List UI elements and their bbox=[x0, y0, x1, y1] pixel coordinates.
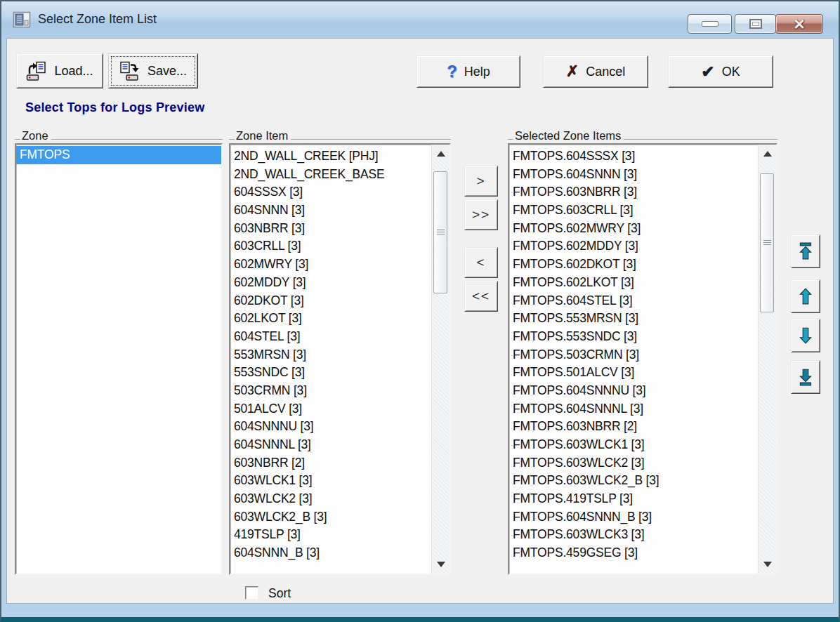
selected-zone-item[interactable]: FMTOPS.604SNNN [3] bbox=[509, 166, 757, 184]
move-down-icon bbox=[798, 326, 813, 345]
selected-zone-item[interactable]: FMTOPS.604SSSX [3] bbox=[509, 147, 757, 166]
cancel-icon: ✗ bbox=[566, 62, 579, 81]
selected-zone-item[interactable]: FMTOPS.603WLCK2 [3] bbox=[509, 454, 757, 472]
zone-item-list-item[interactable]: 553MRSN [3] bbox=[230, 346, 431, 364]
zone-item-label: Zone Item bbox=[229, 127, 451, 143]
move-to-bottom-icon bbox=[798, 368, 813, 386]
maximize-button[interactable] bbox=[735, 14, 776, 34]
app-icon bbox=[13, 11, 31, 29]
selected-zone-item[interactable]: FMTOPS.419TSLP [3] bbox=[509, 490, 757, 508]
zone-item-scrollbar[interactable] bbox=[431, 145, 449, 574]
move-down-button[interactable] bbox=[791, 319, 820, 352]
zone-item-list-item[interactable]: 604SNNN_B [3] bbox=[230, 544, 431, 562]
close-icon: ✕ bbox=[793, 17, 806, 32]
load-button[interactable]: Load... bbox=[16, 53, 103, 88]
minimize-button[interactable] bbox=[688, 14, 732, 34]
title-bar[interactable]: Select Zone Item List ✕ bbox=[1, 1, 839, 38]
scroll-thumb[interactable] bbox=[760, 173, 774, 312]
add-all-button-label: >> bbox=[472, 207, 490, 223]
zone-item-list-item[interactable]: 2ND_WALL_CREEK [PHJ] bbox=[230, 147, 431, 166]
zone-item-list-item[interactable]: 604SNNN [3] bbox=[230, 201, 431, 220]
selected-zone-item[interactable]: FMTOPS.604STEL [3] bbox=[509, 292, 757, 310]
move-to-top-button[interactable] bbox=[791, 234, 820, 268]
zone-list-item[interactable]: FMTOPS bbox=[16, 146, 221, 164]
move-up-button[interactable] bbox=[791, 279, 820, 313]
zone-item-list-item[interactable]: 602LKOT [3] bbox=[230, 310, 431, 328]
window-title: Select Zone Item List bbox=[38, 12, 157, 27]
zone-item-list-item[interactable]: 604SNNNU [3] bbox=[230, 418, 431, 436]
scroll-down-button[interactable] bbox=[432, 555, 449, 574]
selected-zone-item[interactable]: FMTOPS.603WLCK3 [3] bbox=[509, 526, 757, 544]
move-to-top-icon bbox=[798, 242, 813, 260]
scroll-thumb[interactable] bbox=[433, 171, 447, 293]
selected-zone-item[interactable]: FMTOPS.603NBRR [3] bbox=[509, 183, 757, 201]
selected-zone-item[interactable]: FMTOPS.501ALCV [3] bbox=[509, 364, 757, 382]
remove-button[interactable]: < bbox=[464, 247, 498, 278]
cancel-button[interactable]: ✗ Cancel bbox=[543, 55, 648, 88]
scroll-down-button[interactable] bbox=[759, 555, 776, 574]
selected-zone-item[interactable]: FMTOPS.602DKOT [3] bbox=[509, 256, 757, 274]
selected-zone-item[interactable]: FMTOPS.604SNNNL [3] bbox=[509, 400, 757, 418]
selected-zone-item[interactable]: FMTOPS.602MWRY [3] bbox=[509, 220, 757, 238]
remove-button-label: < bbox=[476, 255, 485, 270]
zone-item-list-item[interactable]: 2ND_WALL_CREEK_BASE bbox=[230, 166, 431, 184]
zone-item-list-item[interactable]: 603NBRR [2] bbox=[230, 454, 431, 472]
dialog-window: Select Zone Item List ✕ Load... bbox=[0, 0, 840, 622]
selected-zone-item[interactable]: FMTOPS.603WLCK2_B [3] bbox=[509, 472, 757, 490]
save-icon bbox=[119, 61, 140, 81]
save-button-label: Save... bbox=[147, 64, 187, 79]
add-all-button[interactable]: >> bbox=[464, 199, 498, 230]
selected-zone-item[interactable]: FMTOPS.553MRSN [3] bbox=[509, 310, 757, 328]
selected-items-scrollbar[interactable] bbox=[758, 145, 776, 574]
zone-item-list-item[interactable]: 501ALCV [3] bbox=[230, 400, 431, 418]
minimize-icon bbox=[702, 21, 718, 27]
scroll-down-icon bbox=[437, 562, 445, 567]
zone-item-list-item[interactable]: 553SNDC [3] bbox=[230, 364, 431, 382]
ok-icon: ✔ bbox=[701, 62, 714, 81]
scroll-up-button[interactable] bbox=[759, 145, 776, 163]
zone-item-list-item[interactable]: 602MWRY [3] bbox=[230, 256, 431, 274]
selected-zone-items-list[interactable]: FMTOPS.604SSSX [3] FMTOPS.604SNNN [3] FM… bbox=[508, 143, 777, 575]
selected-zone-item[interactable]: FMTOPS.604SNNNU [3] bbox=[509, 382, 757, 400]
help-button[interactable]: ? Help bbox=[416, 55, 520, 88]
selected-zone-item[interactable]: FMTOPS.603WLCK1 [3] bbox=[509, 436, 757, 454]
add-button[interactable]: > bbox=[464, 166, 498, 197]
scroll-up-icon bbox=[437, 151, 445, 157]
ok-button[interactable]: ✔ OK bbox=[668, 55, 773, 88]
selected-zone-item[interactable]: FMTOPS.602LKOT [3] bbox=[509, 274, 757, 292]
zone-item-list-item[interactable]: 604SSSX [3] bbox=[230, 183, 431, 201]
zone-item-list-item[interactable]: 603CRLL [3] bbox=[230, 237, 431, 256]
selected-zone-items-label: Selected Zone Items bbox=[508, 127, 777, 143]
zone-item-list[interactable]: 2ND_WALL_CREEK [PHJ] 2ND_WALL_CREEK_BASE… bbox=[229, 143, 451, 575]
remove-all-button-label: << bbox=[472, 289, 490, 304]
move-to-bottom-button[interactable] bbox=[791, 360, 820, 394]
selected-zone-item[interactable]: FMTOPS.604SNNN_B [3] bbox=[509, 508, 757, 527]
zone-item-list-item[interactable]: 419TSLP [3] bbox=[230, 526, 431, 544]
zone-label: Zone bbox=[15, 127, 223, 143]
selected-zone-item[interactable]: FMTOPS.553SNDC [3] bbox=[509, 328, 757, 346]
scroll-up-icon bbox=[763, 151, 772, 157]
page-title: Select Tops for Logs Preview bbox=[25, 100, 204, 115]
zone-item-list-item[interactable]: 604STEL [3] bbox=[230, 328, 431, 346]
remove-all-button[interactable]: << bbox=[464, 281, 498, 312]
load-icon bbox=[26, 61, 47, 81]
selected-zone-item[interactable]: FMTOPS.602MDDY [3] bbox=[509, 237, 757, 256]
zone-list[interactable]: FMTOPS bbox=[15, 143, 223, 575]
selected-zone-item[interactable]: FMTOPS.603NBRR [2] bbox=[509, 418, 757, 436]
save-button[interactable]: Save... bbox=[108, 53, 198, 88]
zone-item-list-item[interactable]: 603WLCK1 [3] bbox=[230, 472, 431, 490]
dialog-content: Load... Save... ? Help ✗ Cancel ✔ OK bbox=[6, 38, 834, 604]
zone-item-list-item[interactable]: 503CRMN [3] bbox=[230, 382, 431, 400]
selected-zone-item[interactable]: FMTOPS.603CRLL [3] bbox=[509, 201, 757, 220]
selected-zone-item[interactable]: FMTOPS.503CRMN [3] bbox=[509, 346, 757, 364]
zone-item-list-item[interactable]: 604SNNNL [3] bbox=[230, 436, 431, 454]
zone-item-list-item[interactable]: 603NBRR [3] bbox=[230, 220, 431, 238]
zone-item-list-item[interactable]: 603WLCK2_B [3] bbox=[230, 508, 431, 527]
selected-zone-item[interactable]: FMTOPS.459GSEG [3] bbox=[509, 544, 757, 562]
zone-item-list-item[interactable]: 603WLCK2 [3] bbox=[230, 490, 431, 508]
zone-item-list-item[interactable]: 602DKOT [3] bbox=[230, 292, 431, 310]
close-button[interactable]: ✕ bbox=[775, 14, 823, 34]
zone-item-list-item[interactable]: 602MDDY [3] bbox=[230, 274, 431, 292]
scroll-up-button[interactable] bbox=[432, 145, 449, 163]
sort-checkbox[interactable] bbox=[245, 586, 258, 600]
